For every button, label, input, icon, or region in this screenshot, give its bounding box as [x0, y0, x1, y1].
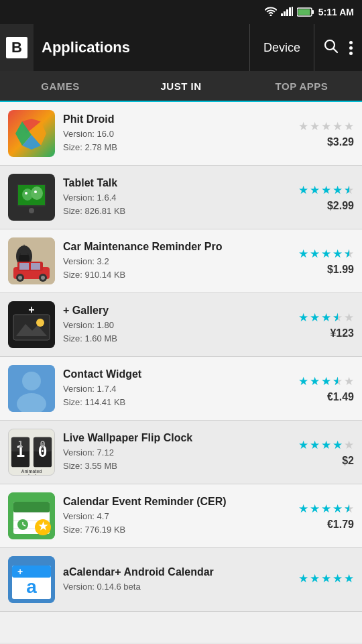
device-tab[interactable]: Device	[249, 24, 314, 71]
app-info: aCalendar+ Android Calendar Version: 0.1…	[63, 566, 287, 594]
star-full: ★	[333, 183, 343, 197]
star-full: ★	[344, 572, 354, 586]
app-list: Phit Droid Version: 16.0 Size: 2.78 MB ★…	[0, 102, 362, 643]
star-empty: ★	[344, 311, 354, 325]
star-rating: ★★★★★★	[298, 374, 354, 388]
list-item[interactable]: a + aCalendar+ Android Calendar Version:…	[0, 548, 362, 612]
star-full: ★	[310, 438, 320, 452]
app-name: Car Maintenance Reminder Pro	[63, 241, 287, 253]
star-full: ★	[333, 247, 343, 261]
star-full: ★	[321, 438, 331, 452]
svg-text:1: 1	[17, 439, 23, 449]
search-icon[interactable]	[324, 39, 339, 57]
list-item[interactable]: Car Maintenance Reminder Pro Version: 3.…	[0, 229, 362, 293]
svg-point-19	[31, 186, 43, 200]
app-price: $1.99	[327, 264, 354, 276]
svg-rect-0	[281, 13, 283, 16]
svg-rect-56	[13, 502, 50, 513]
star-full: ★	[321, 374, 331, 388]
app-rating: ★★★★★	[287, 572, 354, 588]
list-item[interactable]: Contact Widget Version: 1.7.4 Size: 114.…	[0, 357, 362, 421]
app-rating: ★★★★★★ ¥123	[287, 311, 354, 339]
app-price: $2.99	[327, 200, 354, 212]
star-rating: ★★★★★★	[298, 183, 354, 197]
svg-line-9	[334, 48, 338, 52]
app-rating: ★★★★★★ $2.99	[287, 183, 354, 212]
star-rating: ★★★★★★	[298, 502, 354, 516]
star-full: ★	[310, 183, 320, 197]
app-price: $3.29	[327, 136, 354, 148]
app-size: Size: 2.78 MB	[63, 141, 287, 154]
star-half: ★★	[344, 247, 354, 261]
app-rating: ★★★★★★ $1.99	[287, 247, 354, 276]
app-name: Tablet Talk	[63, 177, 287, 189]
star-half: ★★	[344, 183, 354, 197]
star-full: ★	[310, 572, 320, 586]
app-price: ¥123	[330, 327, 354, 339]
star-empty: ★	[344, 438, 354, 452]
star-full: ★	[333, 502, 343, 516]
app-size: Size: 910.14 KB	[63, 268, 287, 282]
star-full: ★	[310, 502, 320, 516]
status-bar: 5:11 AM	[0, 0, 362, 24]
app-version: Version: 1.6.4	[63, 191, 287, 205]
app-info: Tablet Talk Version: 1.6.4 Size: 826.81 …	[63, 177, 287, 217]
svg-rect-29	[31, 263, 40, 270]
star-empty: ★	[298, 119, 308, 133]
app-price: $2	[342, 455, 354, 467]
app-info: Phit Droid Version: 16.0 Size: 2.78 MB	[63, 113, 287, 154]
star-empty: ★	[310, 119, 320, 133]
app-version: Version: 7.12	[63, 446, 287, 460]
app-icon-clock: 1 0 1 0 Animated clock	[8, 429, 55, 476]
app-price: €1.79	[327, 519, 354, 531]
app-name: + Gallery	[63, 305, 287, 317]
star-empty: ★	[333, 119, 343, 133]
app-size: Size: 1.60 MB	[63, 332, 287, 345]
svg-point-33	[41, 276, 45, 280]
star-full: ★	[298, 247, 308, 261]
app-version: Version: 1.80	[63, 319, 287, 332]
svg-text:clock: clock	[25, 474, 38, 476]
list-item[interactable]: 1 0 1 0 Animated clock Live Wallpaper Fl…	[0, 421, 362, 484]
tab-just-in[interactable]: JUST IN	[121, 71, 241, 101]
list-item[interactable]: Phit Droid Version: 16.0 Size: 2.78 MB ★…	[0, 102, 362, 166]
star-rating: ★★★★★★	[298, 247, 354, 261]
app-name: Contact Widget	[63, 368, 287, 380]
svg-rect-28	[19, 263, 29, 270]
list-item[interactable]: Tablet Talk Version: 1.6.4 Size: 826.81 …	[0, 166, 362, 229]
nav-actions	[314, 39, 362, 57]
app-rating: ★★★★★ $2	[287, 438, 354, 467]
star-full: ★	[321, 311, 331, 325]
svg-rect-1	[284, 11, 286, 16]
app-name: Phit Droid	[63, 113, 287, 125]
tab-top-apps[interactable]: TOP APPS	[241, 71, 362, 101]
star-full: ★	[298, 502, 308, 516]
app-info: Calendar Event Reminder (CER) Version: 4…	[63, 496, 287, 536]
star-full: ★	[298, 374, 308, 388]
app-info: + Gallery Version: 1.80 Size: 1.60 MB	[63, 305, 287, 345]
svg-text:0: 0	[40, 439, 45, 449]
app-rating: ★★★★★★ €1.79	[287, 502, 354, 531]
star-full: ★	[321, 572, 331, 586]
star-full: ★	[310, 311, 320, 325]
app-icon-contact	[8, 365, 55, 412]
svg-rect-6	[312, 10, 314, 14]
star-rating: ★★★★★★	[298, 311, 354, 325]
app-icon-phit	[8, 110, 55, 157]
app-version: Version: 4.7	[63, 510, 287, 523]
list-item[interactable]: ★ Calendar Event Reminder (CER) Version:…	[0, 484, 362, 548]
tab-games[interactable]: GAMES	[0, 71, 121, 101]
list-item[interactable]: + + Gallery Version: 1.80 Size: 1.60 MB …	[0, 293, 362, 357]
star-rating: ★★★★★	[298, 438, 354, 452]
star-full: ★	[310, 247, 320, 261]
star-full: ★	[321, 247, 331, 261]
app-version: Version: 0.14.6 beta	[63, 580, 287, 594]
app-size: Size: 826.81 KB	[63, 205, 287, 218]
app-info: Contact Widget Version: 1.7.4 Size: 114.…	[63, 368, 287, 409]
signal-icon	[281, 7, 293, 18]
app-icon-gallery: +	[8, 301, 55, 348]
logo-letter: B	[6, 37, 27, 58]
more-options-icon[interactable]	[349, 40, 353, 56]
page-title: Applications	[34, 39, 249, 56]
svg-rect-7	[298, 9, 310, 15]
